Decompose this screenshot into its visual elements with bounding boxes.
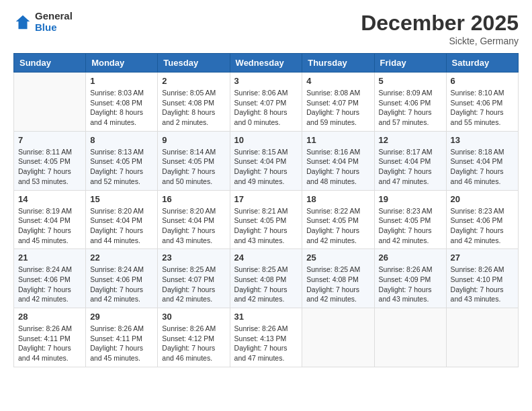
- day-number: 30: [162, 312, 225, 322]
- day-info: Sunrise: 8:03 AM Sunset: 4:08 PM Dayligh…: [90, 88, 153, 128]
- day-info: Sunrise: 8:26 AM Sunset: 4:11 PM Dayligh…: [18, 324, 81, 363]
- calendar-cell: 7Sunrise: 8:11 AM Sunset: 4:05 PM Daylig…: [14, 131, 86, 190]
- day-info: Sunrise: 8:26 AM Sunset: 4:10 PM Dayligh…: [451, 265, 514, 304]
- day-number: 22: [90, 253, 153, 263]
- calendar-cell: 10Sunrise: 8:15 AM Sunset: 4:04 PM Dayli…: [230, 131, 302, 190]
- day-number: 8: [90, 135, 153, 145]
- calendar-cell: 13Sunrise: 8:18 AM Sunset: 4:04 PM Dayli…: [446, 131, 518, 190]
- day-info: Sunrise: 8:24 AM Sunset: 4:06 PM Dayligh…: [90, 265, 153, 304]
- day-number: 26: [379, 253, 442, 263]
- day-number: 1: [90, 76, 153, 86]
- calendar-cell: [14, 73, 86, 132]
- calendar-cell: 23Sunrise: 8:25 AM Sunset: 4:07 PM Dayli…: [158, 249, 230, 308]
- calendar-cell: 8Sunrise: 8:13 AM Sunset: 4:05 PM Daylig…: [86, 131, 158, 190]
- calendar-cell: 11Sunrise: 8:16 AM Sunset: 4:04 PM Dayli…: [302, 131, 374, 190]
- logo-text: General Blue: [35, 11, 73, 33]
- day-number: 19: [379, 194, 442, 204]
- calendar-cell: 28Sunrise: 8:26 AM Sunset: 4:11 PM Dayli…: [14, 308, 86, 367]
- calendar-cell: 16Sunrise: 8:20 AM Sunset: 4:04 PM Dayli…: [158, 190, 230, 249]
- calendar-week-row: 14Sunrise: 8:19 AM Sunset: 4:04 PM Dayli…: [14, 190, 519, 249]
- day-number: 14: [18, 194, 81, 204]
- calendar-cell: 15Sunrise: 8:20 AM Sunset: 4:04 PM Dayli…: [86, 190, 158, 249]
- calendar-cell: 22Sunrise: 8:24 AM Sunset: 4:06 PM Dayli…: [86, 249, 158, 308]
- calendar-cell: 14Sunrise: 8:19 AM Sunset: 4:04 PM Dayli…: [14, 190, 86, 249]
- day-info: Sunrise: 8:11 AM Sunset: 4:05 PM Dayligh…: [18, 147, 81, 187]
- day-info: Sunrise: 8:18 AM Sunset: 4:04 PM Dayligh…: [451, 147, 514, 187]
- day-number: 25: [306, 253, 369, 263]
- day-info: Sunrise: 8:05 AM Sunset: 4:08 PM Dayligh…: [162, 88, 225, 128]
- calendar-cell: 1Sunrise: 8:03 AM Sunset: 4:08 PM Daylig…: [86, 73, 158, 132]
- day-info: Sunrise: 8:14 AM Sunset: 4:05 PM Dayligh…: [162, 147, 225, 187]
- calendar-cell: 2Sunrise: 8:05 AM Sunset: 4:08 PM Daylig…: [158, 73, 230, 132]
- calendar-cell: [302, 308, 374, 367]
- calendar-cell: 5Sunrise: 8:09 AM Sunset: 4:06 PM Daylig…: [374, 73, 446, 132]
- day-info: Sunrise: 8:24 AM Sunset: 4:06 PM Dayligh…: [18, 265, 81, 304]
- day-number: 5: [379, 76, 442, 86]
- month-title: December 2025: [361, 11, 519, 36]
- calendar-cell: 26Sunrise: 8:26 AM Sunset: 4:09 PM Dayli…: [374, 249, 446, 308]
- title-block: December 2025 Sickte, Germany: [361, 11, 519, 46]
- calendar-cell: 25Sunrise: 8:25 AM Sunset: 4:08 PM Dayli…: [302, 249, 374, 308]
- day-info: Sunrise: 8:26 AM Sunset: 4:13 PM Dayligh…: [234, 324, 298, 363]
- calendar-cell: 9Sunrise: 8:14 AM Sunset: 4:05 PM Daylig…: [158, 131, 230, 190]
- calendar-cell: 3Sunrise: 8:06 AM Sunset: 4:07 PM Daylig…: [230, 73, 302, 132]
- logo-blue: Blue: [35, 22, 73, 34]
- day-info: Sunrise: 8:22 AM Sunset: 4:05 PM Dayligh…: [306, 206, 369, 246]
- calendar-week-row: 7Sunrise: 8:11 AM Sunset: 4:05 PM Daylig…: [14, 131, 519, 190]
- day-info: Sunrise: 8:06 AM Sunset: 4:07 PM Dayligh…: [234, 88, 298, 128]
- day-number: 12: [379, 135, 442, 145]
- calendar-week-row: 21Sunrise: 8:24 AM Sunset: 4:06 PM Dayli…: [14, 249, 519, 308]
- weekday-header: Thursday: [302, 54, 374, 73]
- day-number: 11: [306, 135, 369, 145]
- weekday-header: Tuesday: [158, 54, 230, 73]
- day-number: 4: [306, 76, 369, 86]
- day-number: 2: [162, 76, 225, 86]
- calendar-table: SundayMondayTuesdayWednesdayThursdayFrid…: [13, 53, 519, 367]
- day-info: Sunrise: 8:21 AM Sunset: 4:05 PM Dayligh…: [234, 206, 298, 246]
- day-number: 15: [90, 194, 153, 204]
- weekday-header: Sunday: [14, 54, 86, 73]
- day-info: Sunrise: 8:16 AM Sunset: 4:04 PM Dayligh…: [306, 147, 369, 187]
- calendar-cell: [446, 308, 518, 367]
- calendar-week-row: 1Sunrise: 8:03 AM Sunset: 4:08 PM Daylig…: [14, 73, 519, 132]
- day-info: Sunrise: 8:23 AM Sunset: 4:05 PM Dayligh…: [379, 206, 442, 246]
- weekday-header: Monday: [86, 54, 158, 73]
- calendar-cell: 18Sunrise: 8:22 AM Sunset: 4:05 PM Dayli…: [302, 190, 374, 249]
- day-number: 29: [90, 312, 153, 322]
- calendar-cell: 20Sunrise: 8:23 AM Sunset: 4:06 PM Dayli…: [446, 190, 518, 249]
- day-number: 21: [18, 253, 81, 263]
- day-number: 31: [234, 312, 298, 322]
- day-info: Sunrise: 8:17 AM Sunset: 4:04 PM Dayligh…: [379, 147, 442, 187]
- calendar-cell: 21Sunrise: 8:24 AM Sunset: 4:06 PM Dayli…: [14, 249, 86, 308]
- day-number: 20: [451, 194, 514, 204]
- calendar-cell: 12Sunrise: 8:17 AM Sunset: 4:04 PM Dayli…: [374, 131, 446, 190]
- logo-general: General: [35, 11, 73, 22]
- weekday-header-row: SundayMondayTuesdayWednesdayThursdayFrid…: [14, 54, 519, 73]
- weekday-header: Saturday: [446, 54, 518, 73]
- day-number: 18: [306, 194, 369, 204]
- day-number: 17: [234, 194, 298, 204]
- page-header: General Blue December 2025 Sickte, Germa…: [13, 11, 519, 46]
- day-info: Sunrise: 8:19 AM Sunset: 4:04 PM Dayligh…: [18, 206, 81, 246]
- day-info: Sunrise: 8:23 AM Sunset: 4:06 PM Dayligh…: [451, 206, 514, 246]
- day-number: 28: [18, 312, 81, 322]
- logo: General Blue: [13, 11, 73, 33]
- location: Sickte, Germany: [361, 36, 519, 46]
- calendar-cell: 17Sunrise: 8:21 AM Sunset: 4:05 PM Dayli…: [230, 190, 302, 249]
- day-number: 7: [18, 135, 81, 145]
- calendar-cell: 6Sunrise: 8:10 AM Sunset: 4:06 PM Daylig…: [446, 73, 518, 132]
- calendar-cell: [374, 308, 446, 367]
- calendar-cell: 31Sunrise: 8:26 AM Sunset: 4:13 PM Dayli…: [230, 308, 302, 367]
- day-info: Sunrise: 8:25 AM Sunset: 4:07 PM Dayligh…: [162, 265, 225, 304]
- calendar-cell: 29Sunrise: 8:26 AM Sunset: 4:11 PM Dayli…: [86, 308, 158, 367]
- day-info: Sunrise: 8:09 AM Sunset: 4:06 PM Dayligh…: [379, 88, 442, 128]
- day-number: 13: [451, 135, 514, 145]
- calendar-cell: 19Sunrise: 8:23 AM Sunset: 4:05 PM Dayli…: [374, 190, 446, 249]
- calendar-cell: 27Sunrise: 8:26 AM Sunset: 4:10 PM Dayli…: [446, 249, 518, 308]
- day-number: 10: [234, 135, 298, 145]
- day-info: Sunrise: 8:20 AM Sunset: 4:04 PM Dayligh…: [162, 206, 225, 246]
- day-number: 24: [234, 253, 298, 263]
- day-number: 16: [162, 194, 225, 204]
- day-number: 6: [451, 76, 514, 86]
- day-info: Sunrise: 8:15 AM Sunset: 4:04 PM Dayligh…: [234, 147, 298, 187]
